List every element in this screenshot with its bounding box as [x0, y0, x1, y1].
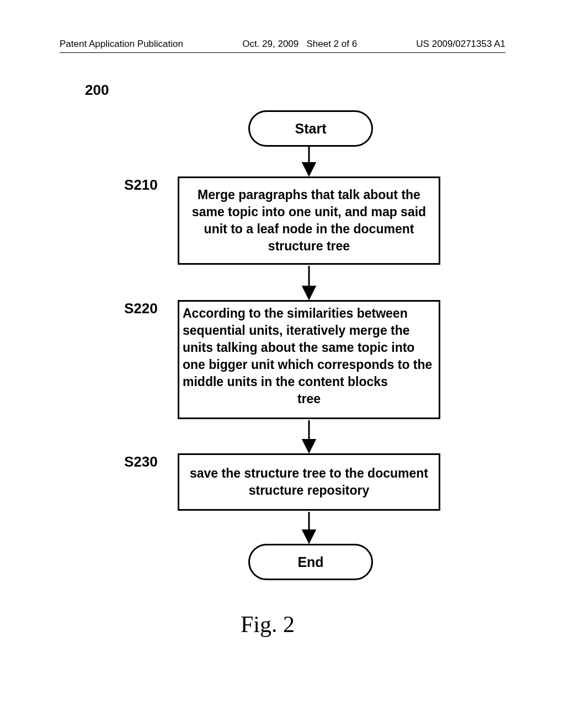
end-terminator: End	[248, 544, 373, 580]
header-date-sheet: Oct. 29, 2009 Sheet 2 of 6	[242, 39, 357, 50]
process-s220-text-body: According to the similarities between se…	[183, 306, 432, 389]
header-sheet: Sheet 2 of 6	[306, 39, 357, 49]
step-label-s230: S230	[124, 453, 158, 470]
start-terminator: Start	[248, 110, 373, 147]
figure-caption: Fig. 2	[241, 611, 295, 638]
page-header: Patent Application Publication Oct. 29, …	[60, 39, 505, 50]
figure-reference-number: 200	[85, 82, 109, 99]
header-date: Oct. 29, 2009	[242, 39, 299, 49]
process-s230: save the structure tree to the document …	[178, 453, 440, 511]
header-divider	[60, 52, 505, 53]
process-s210-text: Merge paragraphs that talk about the sam…	[183, 186, 435, 255]
process-s220-text-last: tree	[183, 390, 435, 408]
step-label-s220: S220	[124, 300, 158, 317]
start-label: Start	[295, 121, 327, 137]
process-s210: Merge paragraphs that talk about the sam…	[178, 176, 440, 265]
process-s220: According to the similarities between se…	[178, 300, 440, 419]
header-pub-number: US 2009/0271353 A1	[416, 39, 505, 50]
end-label: End	[297, 554, 323, 570]
process-s230-text: save the structure tree to the document …	[183, 465, 435, 499]
step-label-s210: S210	[124, 176, 158, 194]
header-publication-label: Patent Application Publication	[60, 39, 183, 50]
